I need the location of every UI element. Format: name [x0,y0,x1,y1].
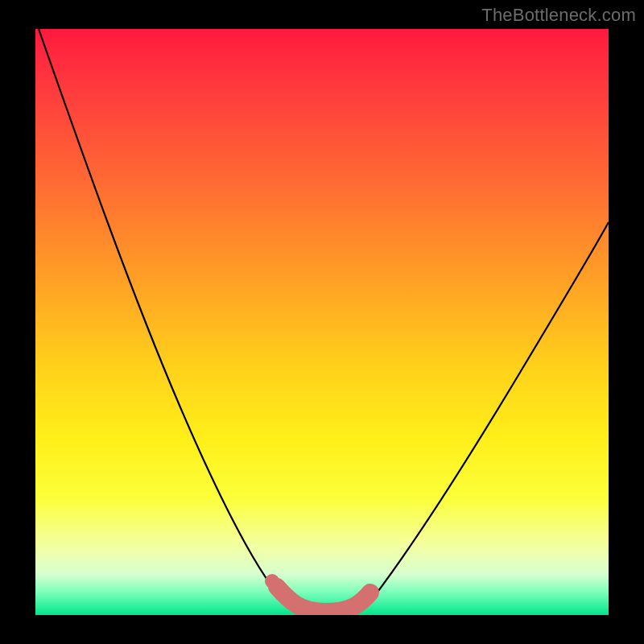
bottom-blob [277,587,370,612]
blob-dot [265,574,279,588]
chart-frame: TheBottleneck.com [0,0,644,644]
chart-plot-area [35,29,609,615]
chart-svg [35,29,609,615]
watermark-text: TheBottleneck.com [481,5,636,26]
bottleneck-curve [39,29,609,614]
blob-dot [275,587,289,601]
